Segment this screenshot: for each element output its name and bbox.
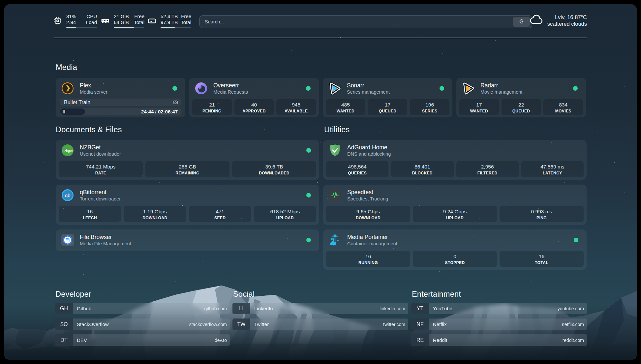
svg-text:qb: qb [65, 193, 71, 198]
svg-text:nzbget: nzbget [62, 149, 73, 153]
